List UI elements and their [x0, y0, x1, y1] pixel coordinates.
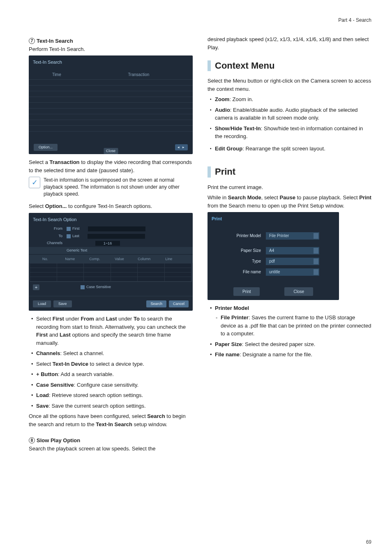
context-menu-heading: Context Menu [208, 60, 371, 71]
list-item: Edit Group: Rearrange the split screen l… [209, 145, 371, 153]
list-item: Audio: Enable/disable audio. Audio playb… [209, 106, 371, 122]
print-dialog-title: Print [208, 215, 339, 225]
section-7-subtitle: Perform Text-In Search. [29, 45, 193, 53]
option-intro: Select Option... to configure Text-In Se… [29, 202, 193, 210]
print-p1: Print the current image. [208, 183, 371, 192]
print-p2: While in Search Mode, select Pause to pa… [208, 194, 371, 210]
context-menu-list: Zoom: Zoom in. Audio: Enable/disable aud… [208, 95, 371, 152]
list-item: Zoom: Zoom in. [209, 95, 371, 104]
case-sensitive-checkbox[interactable] [81, 285, 85, 289]
chevron-down-icon [314, 233, 318, 239]
from-field[interactable] [88, 226, 145, 231]
option-footer: Load Save Search Cancel [29, 296, 193, 308]
textin-table-header: Time Transaction [29, 72, 193, 78]
sub-list-item: File Printer: Saves the current frame to… [215, 314, 371, 338]
first-label: First [72, 226, 80, 232]
edit-icon [314, 269, 318, 275]
textin-option-button[interactable]: Option... [34, 144, 58, 151]
section-7-title: Text-In Search [37, 38, 73, 44]
info-note-text: Text-in information is superimposed on t… [44, 177, 193, 197]
list-item: Save: Save the current search option set… [30, 402, 193, 410]
list-item: Select Text-In Device to select a device… [30, 360, 193, 368]
cancel-button[interactable]: Cancel [169, 300, 189, 308]
file-name-row: File name untitle [208, 267, 339, 277]
textin-close-button[interactable]: Close [104, 148, 118, 155]
list-item: Load: Retrieve stored search option sett… [30, 391, 193, 399]
print-dialog-footer: Print Close [208, 287, 339, 296]
page-header: Part 4 - Search [29, 16, 371, 24]
textin-transaction-para: Select a Transaction to display the vide… [29, 158, 193, 174]
textin-panel-title: Text-In Search [29, 58, 193, 68]
option-bullet-list: Select First under From and Last under T… [29, 315, 193, 410]
chevron-down-icon [314, 248, 318, 254]
load-button[interactable]: Load [33, 300, 51, 308]
textin-nav-arrows[interactable]: ◂ ▸ [175, 144, 188, 151]
list-item: Printer Model File Printer: Saves the cu… [209, 304, 371, 338]
list-item: Case Sensitive: Configure case sensitivi… [30, 381, 193, 389]
device-field[interactable]: Generic Text [67, 248, 87, 254]
print-close-button[interactable]: Close [284, 287, 313, 296]
file-name-input[interactable]: untitle [266, 268, 319, 276]
print-dialog-screenshot: Print Printer Model File Printer Paper S… [208, 212, 339, 300]
type-row: Type pdf [208, 256, 339, 267]
to-field[interactable] [88, 234, 145, 239]
case-sensitive-label: Case Sensitive [86, 284, 111, 290]
search-button[interactable]: Search [146, 300, 166, 308]
type-select[interactable]: pdf [266, 258, 319, 265]
list-item: Show/Hide Text-In: Show/hide text-in inf… [209, 125, 371, 141]
section-8-subtitle: Search the playback screen at low speeds… [29, 445, 193, 453]
circled-number-8: 8 [29, 437, 35, 443]
list-item: File name: Designate a name for the file… [209, 351, 371, 359]
circled-number-7: 7 [29, 38, 35, 44]
info-note: ✓ Text-in information is superimposed on… [29, 177, 193, 197]
plus-button[interactable]: + [33, 284, 39, 290]
first-checkbox[interactable] [67, 227, 71, 231]
slow-play-continuation: desired playback speed (x1/2, x1/3, x1/4… [208, 35, 371, 51]
option-grid-header: No. Name Comp. Value Column Line [29, 255, 193, 263]
context-menu-intro: Select the Menu button or right-click on… [208, 77, 371, 93]
check-icon: ✓ [29, 177, 40, 188]
paper-size-row: Paper Size A4 [208, 245, 339, 256]
paper-size-select[interactable]: A4 [266, 247, 319, 254]
option-save-button[interactable]: Save [53, 300, 72, 308]
textin-table-body [29, 79, 193, 137]
list-item: Channels: Select a channel. [30, 349, 193, 358]
textin-search-screenshot: Text-In Search Time Transaction Option..… [29, 55, 193, 154]
section-7-heading: 7Text-In Search [29, 37, 193, 45]
option-panel-title: Text-In Search Option [29, 215, 193, 226]
section-8-title: Slow Play Option [37, 437, 80, 443]
list-item: + Button: Add a search variable. [30, 370, 193, 379]
page-number: 69 [366, 538, 371, 546]
last-label: Last [72, 233, 79, 239]
option-device-row: Generic Text [29, 247, 193, 254]
textin-option-screenshot: Text-In Search Option From First To Last… [29, 213, 193, 311]
printer-model-row: Printer Model File Printer [208, 231, 339, 241]
chevron-down-icon [314, 259, 318, 264]
print-heading: Print [208, 166, 371, 177]
section-8-heading: 8Slow Play Option [29, 436, 193, 445]
option-from-row: From First [29, 225, 193, 233]
option-to-row: To Last [29, 233, 193, 240]
option-plus-row: + Case Sensitive [29, 282, 193, 293]
option-grid-body [30, 263, 192, 282]
print-button[interactable]: Print [233, 287, 260, 296]
option-closing-para: Once all the options have been configure… [29, 412, 193, 428]
left-column: 7Text-In Search Perform Text-In Search. … [29, 35, 193, 455]
textin-col-time: Time [29, 72, 85, 78]
two-column-layout: 7Text-In Search Perform Text-In Search. … [29, 35, 371, 455]
list-item: Select First under From and Last under T… [30, 315, 193, 347]
channels-field[interactable]: 1~16 [95, 241, 120, 246]
list-item: Paper Size: Select the desired paper siz… [209, 340, 371, 349]
last-checkbox[interactable] [67, 234, 71, 238]
print-bullet-list: Printer Model File Printer: Saves the cu… [208, 304, 371, 359]
textin-col-transaction: Transaction [85, 72, 193, 78]
right-column: desired playback speed (x1/2, x1/3, x1/4… [208, 35, 371, 455]
printer-model-select[interactable]: File Printer [266, 232, 319, 240]
option-channels-row: Channels 1~16 [29, 240, 193, 247]
